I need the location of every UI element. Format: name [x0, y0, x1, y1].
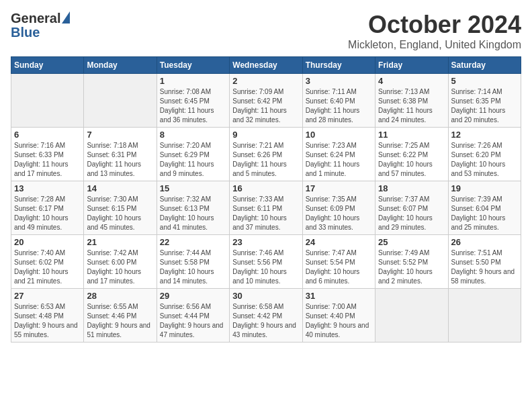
- day-info: Sunrise: 7:13 AM Sunset: 6:38 PM Dayligh…: [378, 87, 445, 125]
- calendar-title: October 2024 Mickleton, England, United …: [348, 11, 521, 51]
- sunset-text: Sunset: 6:11 PM: [232, 205, 282, 212]
- sunrise-text: Sunrise: 7:20 AM: [160, 142, 211, 149]
- day-info: Sunrise: 7:40 AM Sunset: 6:02 PM Dayligh…: [14, 248, 81, 286]
- daylight-text: Daylight: 11 hours and 13 minutes.: [87, 161, 141, 177]
- day-number: 29: [160, 291, 226, 301]
- day-number: 27: [14, 291, 81, 301]
- calendar-cell: [448, 289, 521, 342]
- calendar-cell: 30 Sunrise: 6:58 AM Sunset: 4:42 PM Dayl…: [230, 289, 302, 342]
- sunset-text: Sunset: 6:42 PM: [232, 97, 282, 105]
- calendar-cell: 20 Sunrise: 7:40 AM Sunset: 6:02 PM Dayl…: [11, 235, 84, 289]
- calendar-cell: 10 Sunrise: 7:23 AM Sunset: 6:24 PM Dayl…: [302, 128, 375, 181]
- daylight-text: Daylight: 9 hours and 51 minutes.: [87, 322, 150, 338]
- day-number: 16: [232, 183, 299, 193]
- day-number: 23: [232, 237, 299, 247]
- calendar-week-row: 13 Sunrise: 7:28 AM Sunset: 6:17 PM Dayl…: [11, 181, 521, 235]
- calendar-header-row: SundayMondayTuesdayWednesdayThursdayFrid…: [11, 57, 521, 74]
- sunrise-text: Sunrise: 7:23 AM: [306, 142, 357, 149]
- calendar-cell: 16 Sunrise: 7:33 AM Sunset: 6:11 PM Dayl…: [230, 181, 302, 235]
- daylight-text: Daylight: 10 hours and 14 minutes.: [160, 268, 214, 285]
- sunrise-text: Sunrise: 7:35 AM: [306, 195, 357, 203]
- calendar-cell: 14 Sunrise: 7:30 AM Sunset: 6:15 PM Dayl…: [84, 181, 157, 235]
- sunset-text: Sunset: 6:07 PM: [378, 205, 428, 212]
- day-info: Sunrise: 6:55 AM Sunset: 4:46 PM Dayligh…: [87, 302, 153, 340]
- sunrise-text: Sunrise: 7:28 AM: [14, 195, 65, 203]
- calendar-cell: 7 Sunrise: 7:18 AM Sunset: 6:31 PM Dayli…: [84, 128, 157, 181]
- day-info: Sunrise: 7:39 AM Sunset: 6:04 PM Dayligh…: [451, 195, 518, 232]
- daylight-text: Daylight: 10 hours and 6 minutes.: [306, 268, 360, 285]
- sunset-text: Sunset: 5:50 PM: [451, 259, 501, 266]
- logo-general-text: General: [11, 11, 60, 26]
- sunset-text: Sunset: 6:38 PM: [378, 97, 428, 105]
- sunset-text: Sunset: 6:40 PM: [306, 97, 355, 105]
- column-header-wednesday: Wednesday: [230, 57, 302, 74]
- calendar-cell: 11 Sunrise: 7:25 AM Sunset: 6:22 PM Dayl…: [375, 128, 448, 181]
- day-info: Sunrise: 6:56 AM Sunset: 4:44 PM Dayligh…: [160, 302, 226, 340]
- sunrise-text: Sunrise: 7:13 AM: [378, 88, 429, 95]
- daylight-text: Daylight: 10 hours and 25 minutes.: [451, 214, 506, 231]
- month-title: October 2024: [348, 11, 521, 39]
- sunrise-text: Sunrise: 7:09 AM: [232, 88, 283, 95]
- day-info: Sunrise: 7:18 AM Sunset: 6:31 PM Dayligh…: [87, 141, 153, 179]
- calendar-body: 1 Sunrise: 7:08 AM Sunset: 6:45 PM Dayli…: [11, 74, 521, 342]
- day-info: Sunrise: 6:58 AM Sunset: 4:42 PM Dayligh…: [232, 302, 299, 340]
- calendar-cell: 12 Sunrise: 7:26 AM Sunset: 6:20 PM Dayl…: [448, 128, 521, 181]
- calendar-cell: 8 Sunrise: 7:20 AM Sunset: 6:29 PM Dayli…: [157, 128, 229, 181]
- sunrise-text: Sunrise: 7:44 AM: [160, 249, 211, 257]
- sunrise-text: Sunrise: 7:16 AM: [14, 142, 65, 149]
- sunrise-text: Sunrise: 7:49 AM: [378, 249, 429, 257]
- calendar-cell: 21 Sunrise: 7:42 AM Sunset: 6:00 PM Dayl…: [84, 235, 157, 289]
- sunset-text: Sunset: 6:22 PM: [378, 151, 428, 158]
- sunset-text: Sunset: 6:20 PM: [451, 151, 501, 158]
- sunset-text: Sunset: 4:42 PM: [232, 312, 282, 320]
- daylight-text: Daylight: 11 hours and 1 minute.: [306, 161, 360, 177]
- day-info: Sunrise: 7:30 AM Sunset: 6:15 PM Dayligh…: [87, 195, 153, 232]
- sunset-text: Sunset: 6:29 PM: [160, 151, 210, 158]
- day-number: 1: [160, 76, 226, 86]
- logo-blue-text: Blue: [11, 25, 40, 40]
- sunrise-text: Sunrise: 7:39 AM: [451, 195, 502, 203]
- calendar-cell: [84, 74, 157, 128]
- sunset-text: Sunset: 5:58 PM: [160, 259, 210, 266]
- day-number: 3: [306, 76, 372, 86]
- day-number: 10: [306, 130, 372, 140]
- daylight-text: Daylight: 9 hours and 47 minutes.: [160, 322, 224, 338]
- calendar-cell: 18 Sunrise: 7:37 AM Sunset: 6:07 PM Dayl…: [375, 181, 448, 235]
- sunrise-text: Sunrise: 7:46 AM: [232, 249, 283, 257]
- sunrise-text: Sunrise: 7:26 AM: [451, 142, 502, 149]
- day-number: 6: [14, 130, 81, 140]
- sunset-text: Sunset: 5:54 PM: [306, 259, 355, 266]
- day-number: 28: [87, 291, 153, 301]
- day-number: 4: [378, 76, 445, 86]
- day-number: 2: [232, 76, 299, 86]
- sunrise-text: Sunrise: 7:32 AM: [160, 195, 211, 203]
- day-number: 13: [14, 183, 81, 193]
- day-info: Sunrise: 7:44 AM Sunset: 5:58 PM Dayligh…: [160, 248, 226, 286]
- column-header-tuesday: Tuesday: [157, 57, 229, 74]
- calendar-table: SundayMondayTuesdayWednesdayThursdayFrid…: [11, 56, 521, 342]
- logo: General Blue: [11, 11, 70, 40]
- day-number: 14: [87, 183, 153, 193]
- sunset-text: Sunset: 6:13 PM: [160, 205, 210, 212]
- day-number: 18: [378, 183, 445, 193]
- calendar-week-row: 1 Sunrise: 7:08 AM Sunset: 6:45 PM Dayli…: [11, 74, 521, 128]
- daylight-text: Daylight: 10 hours and 37 minutes.: [232, 214, 287, 231]
- day-number: 26: [451, 237, 518, 247]
- calendar-cell: 2 Sunrise: 7:09 AM Sunset: 6:42 PM Dayli…: [230, 74, 302, 128]
- sunset-text: Sunset: 6:09 PM: [306, 205, 355, 212]
- sunset-text: Sunset: 6:45 PM: [160, 97, 210, 105]
- calendar-week-row: 20 Sunrise: 7:40 AM Sunset: 6:02 PM Dayl…: [11, 235, 521, 289]
- day-info: Sunrise: 7:23 AM Sunset: 6:24 PM Dayligh…: [306, 141, 372, 179]
- sunrise-text: Sunrise: 7:33 AM: [232, 195, 283, 203]
- day-info: Sunrise: 7:20 AM Sunset: 6:29 PM Dayligh…: [160, 141, 226, 179]
- day-number: 17: [306, 183, 372, 193]
- sunrise-text: Sunrise: 6:55 AM: [87, 303, 138, 310]
- sunset-text: Sunset: 6:26 PM: [232, 151, 282, 158]
- sunrise-text: Sunrise: 7:30 AM: [87, 195, 138, 203]
- day-number: 22: [160, 237, 226, 247]
- day-number: 9: [232, 130, 299, 140]
- calendar-cell: 22 Sunrise: 7:44 AM Sunset: 5:58 PM Dayl…: [157, 235, 229, 289]
- day-info: Sunrise: 7:33 AM Sunset: 6:11 PM Dayligh…: [232, 195, 299, 232]
- location-title: Mickleton, England, United Kingdom: [348, 39, 521, 51]
- daylight-text: Daylight: 10 hours and 49 minutes.: [14, 214, 69, 231]
